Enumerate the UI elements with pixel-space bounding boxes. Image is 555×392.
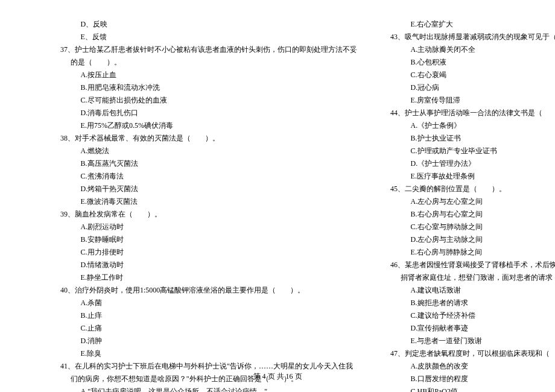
page-footer: 第 4 页 共 16 页 [0, 370, 555, 383]
opt: E.用75%乙醇或0.5%碘伏消毒 [60, 119, 357, 132]
opt: B.心包积液 [390, 56, 555, 69]
opt: C.用力排便时 [60, 246, 357, 259]
opt: D.消毒后包扎伤口 [60, 107, 357, 119]
opt: D.左心房与主动脉之间 [390, 233, 555, 246]
opt: B.婉拒患者的请求 [390, 297, 555, 309]
opt: E.除臭 [60, 347, 357, 360]
opt: B.安静睡眠时 [60, 233, 357, 246]
opt: B.高压蒸汽灭菌法 [60, 157, 357, 170]
opt: D.冠心病 [390, 81, 555, 94]
opt: C.止痛 [60, 322, 357, 335]
q46-cont: 捐肾者家庭住址，想登门致谢，面对患者的请求，责任护士正确的做法是（ ）。 [390, 271, 555, 284]
opt: C.煮沸消毒法 [60, 170, 357, 183]
opt: A.建议电话致谢 [390, 284, 555, 297]
q44: 44、护士从事护理活动唯一合法的法律文书是（ ）。 [390, 107, 555, 119]
opt: A.杀菌 [60, 297, 357, 309]
opt: C.尽可能挤出损伤处的血液 [60, 94, 357, 107]
opt: C.建议给予经济补偿 [390, 309, 555, 322]
opt: D.情绪激动时 [60, 259, 357, 271]
q43: 43、吸气时出现脉搏显著减弱或消失的现象可见于（ ）。 [390, 31, 555, 43]
opt: E.与患者一道登门致谢 [390, 335, 555, 347]
opt: D.《护士管理办法》 [390, 157, 555, 170]
q47: 47、判定患者缺氧程度时，可以根据临床表现和（ ）。 [390, 347, 555, 360]
opt: D、反映 [60, 18, 357, 31]
opt: A.剧烈运动时 [60, 221, 357, 233]
opt: D.消肿 [60, 335, 357, 347]
opt: C.右心室与肺动脉之间 [390, 221, 555, 233]
opt: A.燃烧法 [60, 145, 357, 157]
q45: 45、二尖瓣的解剖位置是（ ）。 [390, 183, 555, 195]
q39: 39、脑血栓发病常在（ ）。 [60, 208, 357, 221]
opt: C.右心衰竭 [390, 69, 555, 81]
opt: D.烤箱干热灭菌法 [60, 183, 357, 195]
opt: E、反馈 [60, 31, 357, 43]
opt: C.HB和PaO2值 [390, 385, 555, 392]
q37: 37、护士给某乙肝患者拔针时不小心被粘有该患者血液的针头刺伤，伤口的即刻处理方法… [60, 43, 357, 56]
q40: 40、治疗外阴炎时，使用1:5000高锰酸钾溶液坐浴的最主要作用是（ ）。 [60, 284, 357, 297]
opt: A.《护士条例》 [390, 119, 555, 132]
opt: A."我们去病房说吧，这里是公众场所，不适合讨论病情。" [60, 385, 357, 392]
opt: E.右心室扩大 [390, 18, 555, 31]
opt: E.静坐工作时 [60, 271, 357, 284]
q37-cont: 的是（ ）。 [60, 56, 357, 69]
opt: B.护士执业证书 [390, 132, 555, 145]
q38: 38、对手术器械最常、有效的灭菌法是（ ）。 [60, 132, 357, 145]
opt: B.右心房与右心室之间 [390, 208, 555, 221]
opt: C.护理或助产专业毕业证书 [390, 145, 555, 157]
opt: A.左心房与左心室之间 [390, 195, 555, 208]
opt: A.按压止血 [60, 69, 357, 81]
opt: E.右心房与肺静脉之间 [390, 246, 555, 259]
opt: B.止痒 [60, 309, 357, 322]
opt: E.微波消毒灭菌法 [60, 195, 357, 208]
q46: 46、某患者因慢性肾衰竭接受了肾移植手术，术后恢复良好，心怀感激，多次向责任护士… [390, 259, 555, 271]
opt: E.医疗事故处理条例 [390, 170, 555, 183]
opt: E.房室传导阻滞 [390, 94, 555, 107]
opt: B.用肥皂液和流动水冲洗 [60, 81, 357, 94]
opt: D.宣传捐献者事迹 [390, 322, 555, 335]
opt: A.主动脉瓣关闭不全 [390, 43, 555, 56]
